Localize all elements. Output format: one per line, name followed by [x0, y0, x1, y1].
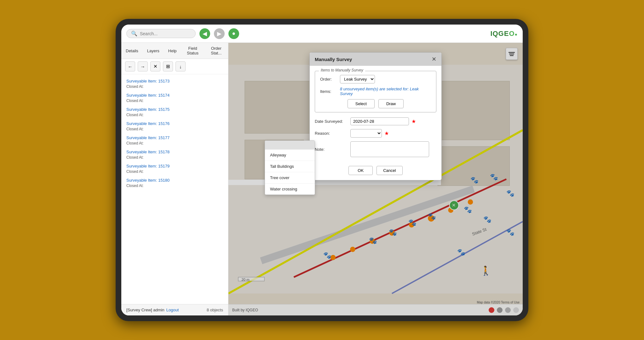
items-description: 8 unsurveyed item(s) are selected for: L…	[340, 87, 431, 96]
logout-link[interactable]: Logout	[166, 308, 179, 312]
dropdown-header	[265, 141, 315, 150]
tab-details[interactable]: Details	[121, 43, 143, 59]
tablet-frame: 🔍 ◀ ▶ ● IQGEO● Details Layers Help Field…	[116, 19, 528, 321]
reason-select[interactable]: Alleyway Tall Buildings Tree cover Water…	[350, 129, 382, 138]
ok-button[interactable]: OK	[348, 166, 373, 175]
toolbar-row: ← → ✕ ⊞ ↓	[121, 59, 228, 74]
item-link-15176[interactable]: Surveyable Item: 15176	[126, 121, 223, 126]
item-sub-15175: Closed At:	[126, 113, 144, 117]
left-status-bar: [Survey Crew] admin Logout 8 objects	[121, 304, 228, 315]
list-item: Surveyable Item: 15174 Closed At:	[121, 91, 228, 105]
list-item: Surveyable Item: 15180 Closed At:	[121, 176, 228, 190]
list-item: Surveyable Item: 15173 Closed At:	[121, 77, 228, 91]
status-text: [Survey Crew] admin	[126, 308, 164, 312]
item-sub-15180: Closed At:	[126, 184, 144, 188]
list-item: Surveyable Item: 15175 Closed At:	[121, 105, 228, 119]
back-button[interactable]: ◀	[199, 28, 210, 39]
note-textarea[interactable]	[350, 141, 429, 157]
action-button[interactable]: ●	[228, 28, 239, 39]
dropdown-item-alleyway[interactable]: Alleyway	[265, 150, 315, 161]
dropdown-item-water-crossing[interactable]: Water crossing	[265, 184, 315, 195]
manually-survey-dialog: Manually Survey ✕ Items to Manually Surv…	[309, 52, 442, 180]
tablet-screen: 🔍 ◀ ▶ ● IQGEO● Details Layers Help Field…	[121, 25, 523, 315]
date-surveyed-row: Date Surveyed: ★	[315, 117, 436, 125]
item-sub-15178: Closed At:	[126, 155, 144, 160]
item-link-15178[interactable]: Surveyable Item: 15178	[126, 150, 223, 154]
order-row: Order: Leak Survey	[320, 75, 431, 83]
select-button[interactable]: Select	[348, 99, 375, 108]
date-required-marker: ★	[411, 118, 416, 124]
tab-order-status[interactable]: Order Stat...	[204, 43, 228, 59]
dialog-body: Items to Manually Survey Order: Leak Sur…	[310, 66, 441, 166]
main-content: Details Layers Help Field Status Order S…	[121, 43, 523, 315]
cancel-button[interactable]: Cancel	[377, 166, 402, 175]
tab-layers[interactable]: Layers	[143, 43, 164, 59]
section-legend: Items to Manually Survey	[319, 68, 365, 72]
item-sub-15177: Closed At:	[126, 141, 144, 145]
app-logo: IQGEO●	[490, 30, 518, 38]
nav-tabs: Details Layers Help Field Status Order S…	[121, 43, 228, 59]
search-box[interactable]: 🔍	[126, 29, 196, 38]
items-survey-section: Items to Manually Survey Order: Leak Sur…	[315, 71, 436, 112]
toolbar-download[interactable]: ↓	[175, 61, 186, 71]
top-bar: 🔍 ◀ ▶ ● IQGEO●	[121, 25, 523, 43]
reason-dropdown-menu: Alleyway Tall Buildings Tree cover Water…	[265, 140, 315, 195]
item-link-15179[interactable]: Surveyable Item: 15179	[126, 164, 223, 168]
item-link-15173[interactable]: Surveyable Item: 15173	[126, 79, 223, 83]
item-sub-15174: Closed At:	[126, 99, 144, 103]
items-label: Items:	[320, 89, 337, 94]
toolbar-grid[interactable]: ⊞	[163, 61, 173, 71]
date-surveyed-input[interactable]	[350, 117, 409, 125]
item-link-15177[interactable]: Surveyable Item: 15177	[126, 135, 223, 140]
item-sub-15179: Closed At:	[126, 169, 144, 174]
toolbar-forward[interactable]: →	[138, 61, 148, 71]
list-item: Surveyable Item: 15179 Closed At:	[121, 162, 228, 176]
list-item: Surveyable Item: 15178 Closed At:	[121, 148, 228, 162]
reason-row: Reason: Alleyway Tall Buildings Tree cov…	[315, 129, 436, 138]
date-surveyed-label: Date Surveyed:	[315, 119, 348, 124]
dialog-close-button[interactable]: ✕	[432, 56, 436, 63]
dropdown-item-tall-buildings[interactable]: Tall Buildings	[265, 161, 315, 172]
dialog-title: Manually Survey	[315, 57, 352, 62]
item-sub-15173: Closed At:	[126, 84, 144, 89]
item-link-15175[interactable]: Surveyable Item: 15175	[126, 107, 223, 112]
item-sub-15176: Closed At:	[126, 127, 144, 131]
dialog-overlay: Manually Survey ✕ Items to Manually Surv…	[228, 43, 523, 315]
map-area[interactable]: 🐾 🐾 🐾 🐾 🐾 🐾 🐾 🐾 🐾 🐾 🐾 🐾 ✕	[228, 43, 523, 315]
item-link-15180[interactable]: Surveyable Item: 15180	[126, 178, 223, 183]
items-row: Items: 8 unsurveyed item(s) are selected…	[320, 87, 431, 96]
toolbar-close[interactable]: ✕	[150, 61, 160, 71]
list-item: Surveyable Item: 15176 Closed At:	[121, 119, 228, 133]
select-draw-row: Select Draw	[320, 99, 431, 108]
order-label: Order:	[320, 77, 337, 82]
order-select[interactable]: Leak Survey	[340, 75, 375, 83]
draw-button[interactable]: Draw	[378, 99, 404, 108]
search-icon: 🔍	[131, 31, 137, 37]
search-input[interactable]	[140, 31, 190, 36]
objects-count: 8 objects	[207, 308, 223, 312]
toolbar-back[interactable]: ←	[125, 61, 135, 71]
list-item: Surveyable Item: 15177 Closed At:	[121, 133, 228, 148]
dropdown-item-tree-cover[interactable]: Tree cover	[265, 172, 315, 184]
reason-label: Reason:	[315, 131, 348, 136]
reason-required-marker: ★	[384, 130, 389, 136]
item-link-15174[interactable]: Surveyable Item: 15174	[126, 93, 223, 98]
tab-field-status[interactable]: Field Status	[181, 43, 204, 59]
tab-help[interactable]: Help	[164, 43, 181, 59]
dialog-footer: OK Cancel	[310, 166, 441, 180]
note-label: Note:	[315, 147, 348, 152]
left-panel: Details Layers Help Field Status Order S…	[121, 43, 228, 315]
dialog-header: Manually Survey ✕	[310, 53, 441, 66]
note-row: Note:	[315, 141, 436, 157]
forward-button[interactable]: ▶	[214, 28, 225, 39]
item-list: Surveyable Item: 15173 Closed At: Survey…	[121, 74, 228, 304]
